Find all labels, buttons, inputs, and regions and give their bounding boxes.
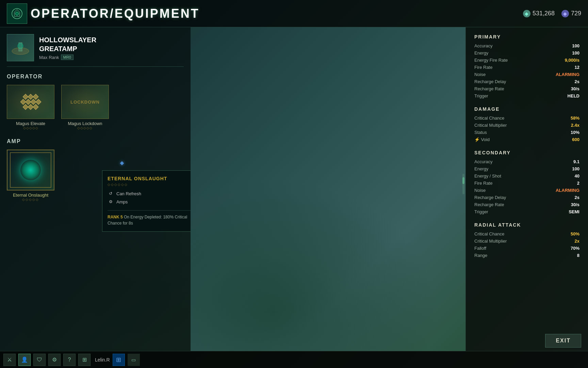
tooltip-prop-refresh: ↺ Can Refresh: [108, 190, 191, 197]
equipment-info: HOLLOWSLAYER GREATAMP Max Rank MR0: [7, 34, 184, 67]
platinum-value: 729: [571, 10, 581, 17]
stat-value: 100: [572, 43, 579, 48]
stat-value-highlight: 50%: [571, 231, 579, 236]
stat-row-energy-fire-rate: Energy Fire Rate 9,000/s: [474, 57, 579, 64]
stat-label: Critical Chance: [474, 231, 504, 236]
tooltip-stars: ◇◇◇◇◇◇: [108, 183, 191, 186]
stat-value-highlight: 2.4x: [571, 123, 579, 128]
stat-row-status-dmg: Status 10%: [474, 129, 579, 136]
rank-badge: MR0: [61, 55, 74, 60]
stat-value: 12: [575, 65, 579, 70]
faction-symbol: ⬥: [119, 157, 125, 168]
secondary-stats-section: SECONDARY Accuracy 9.1 Energy 100 Energy…: [474, 150, 579, 215]
stat-label: Trigger: [474, 209, 488, 214]
tooltip-prop-amps: ⚙ Amps: [108, 199, 191, 205]
primary-stats-section: PRIMARY Accuracy 100 Energy 100 Energy F…: [474, 34, 579, 99]
operator-item-img-elevate: [7, 85, 54, 119]
platinum-display: ◆ 729: [561, 10, 581, 17]
equipment-name-line2: GREATAMP: [39, 44, 96, 53]
character-viewport: [191, 27, 466, 351]
radial-section-title: RADIAL ATTACK: [474, 222, 579, 228]
header-bar: OPERATOR/EQUIPMENT ◆ 531,268 ◆ 729: [0, 0, 588, 27]
operator-item-magus-lockdown[interactable]: LOCKDOWN Magus Lockdown ◇◇◇◇◇: [61, 85, 109, 130]
operator-thumbnail: [7, 3, 27, 24]
stat-label: Range: [474, 253, 487, 258]
amp-section-title: AMP: [7, 138, 184, 144]
taskbar-icon-overlay[interactable]: ⊞: [78, 354, 91, 366]
amp-section: AMP Eternal Onslaught ◇◇◇◇◇ ETERNAL ONSL…: [7, 138, 184, 201]
stat-value: 40: [575, 173, 579, 179]
exit-button[interactable]: EXIT: [545, 334, 581, 348]
stat-value: 100: [572, 166, 579, 171]
stat-row-crit-mult-radial: Critical Multiplier 2x: [474, 237, 579, 245]
stat-row-accuracy-primary: Accuracy 100: [474, 42, 579, 49]
stat-value-semi: SEMI: [569, 209, 579, 214]
credits-value: 531,268: [533, 10, 555, 17]
operator-items-list: Magus Elevate ◇◇◇◇◇ LOCKDOWN Magus Lockd…: [7, 85, 184, 130]
stat-label: Critical Multiplier: [474, 239, 507, 244]
stat-value: 30/s: [571, 86, 579, 91]
tooltip-prop-amps-label: Amps: [116, 199, 128, 204]
stat-row-noise-secondary: Noise ALARMING: [474, 187, 579, 194]
svg-point-5: [18, 43, 23, 49]
taskbar-icon-operator[interactable]: 👤: [18, 354, 31, 366]
stat-row-trigger-primary: Trigger HELD: [474, 92, 579, 99]
damage-section-title: DAMAGE: [474, 106, 579, 112]
stat-label: Critical Chance: [474, 116, 504, 121]
stat-row-recharge-rate-secondary: Recharge Rate 30/s: [474, 201, 579, 208]
amp-item-eternal-onslaught[interactable]: Eternal Onslaught ◇◇◇◇◇: [7, 150, 54, 201]
taskbar-icon-sword[interactable]: ⚔: [3, 354, 16, 366]
tooltip-description: RANK 5 On Energy Depleted: 180% Critical…: [108, 214, 191, 226]
tooltip-rank-label: RANK 5: [108, 215, 123, 219]
taskbar: ⚔ 👤 🛡 ⚙ ? ⊞ Lelin.R ⊞ ▭: [0, 351, 588, 368]
stat-label: Energy Fire Rate: [474, 58, 508, 63]
operator-section-title: OPERATOR: [7, 74, 184, 80]
stat-value-held: HELD: [568, 93, 579, 98]
stat-label: Energy: [474, 50, 488, 56]
stat-label: Status: [474, 130, 487, 135]
operator-item-img-lockdown: LOCKDOWN: [61, 85, 109, 119]
stat-label: Fire Rate: [474, 65, 492, 70]
scroll-indicator: [462, 174, 464, 194]
stat-label: Recharge Rate: [474, 86, 504, 91]
equipment-name-line1: HOLLOWSLAYER: [39, 35, 96, 44]
stat-value: 9.1: [573, 159, 579, 164]
taskbar-monitor-button[interactable]: ▭: [128, 354, 140, 366]
stat-row-crit-chance-dmg: Critical Chance 58%: [474, 114, 579, 122]
stat-value: 100: [572, 50, 579, 56]
currency-display: ◆ 531,268 ◆ 729: [523, 10, 581, 17]
stat-value-alarming: ALARMING: [556, 72, 579, 77]
taskbar-windows-button[interactable]: ⊞: [113, 354, 125, 366]
stat-row-fire-rate-primary: Fire Rate 12: [474, 64, 579, 71]
stat-row-energy-primary: Energy 100: [474, 49, 579, 57]
right-stats-panel: PRIMARY Accuracy 100 Energy 100 Energy F…: [466, 27, 588, 351]
stat-value: 8: [577, 253, 579, 258]
operator-section: OPERATOR Magus Elevate ◇◇◇◇◇ LOCKDOWN: [7, 74, 184, 130]
amp-item-img: [7, 150, 54, 190]
taskbar-icon-help[interactable]: ?: [63, 354, 76, 366]
amp-item-name: Eternal Onslaught ◇◇◇◇◇: [13, 193, 48, 201]
taskbar-username: Lelin.R: [95, 357, 110, 363]
stat-label: Trigger: [474, 93, 488, 98]
damage-stats-section: DAMAGE Critical Chance 58% Critical Mult…: [474, 106, 579, 143]
secondary-section-title: SECONDARY: [474, 150, 579, 155]
taskbar-icon-gear[interactable]: ⚙: [48, 354, 61, 366]
taskbar-icon-shield[interactable]: 🛡: [33, 354, 46, 366]
primary-section-title: PRIMARY: [474, 34, 579, 40]
stat-label: Accuracy: [474, 43, 492, 48]
stat-label: Noise: [474, 72, 486, 77]
stat-value: 70%: [571, 246, 579, 251]
tooltip-properties: ↺ Can Refresh ⚙ Amps: [108, 190, 191, 211]
svg-point-2: [15, 12, 19, 15]
operator-item-magus-elevate[interactable]: Magus Elevate ◇◇◇◇◇: [7, 85, 54, 130]
credits-icon: ◆: [523, 10, 530, 17]
stat-label: Recharge Rate: [474, 202, 504, 207]
stat-label: Recharge Delay: [474, 79, 506, 84]
operator-item-name-elevate: Magus Elevate ◇◇◇◇◇: [16, 121, 45, 130]
stat-value: 2s: [575, 79, 579, 84]
stat-label: Falloff: [474, 246, 486, 251]
stat-label: Energy / Shot: [474, 173, 501, 179]
amp-items-list: Eternal Onslaught ◇◇◇◇◇ ETERNAL ONSLAUGH…: [7, 150, 184, 201]
stat-value-highlight: 2x: [575, 239, 579, 244]
stat-row-range-radial: Range 8: [474, 252, 579, 259]
